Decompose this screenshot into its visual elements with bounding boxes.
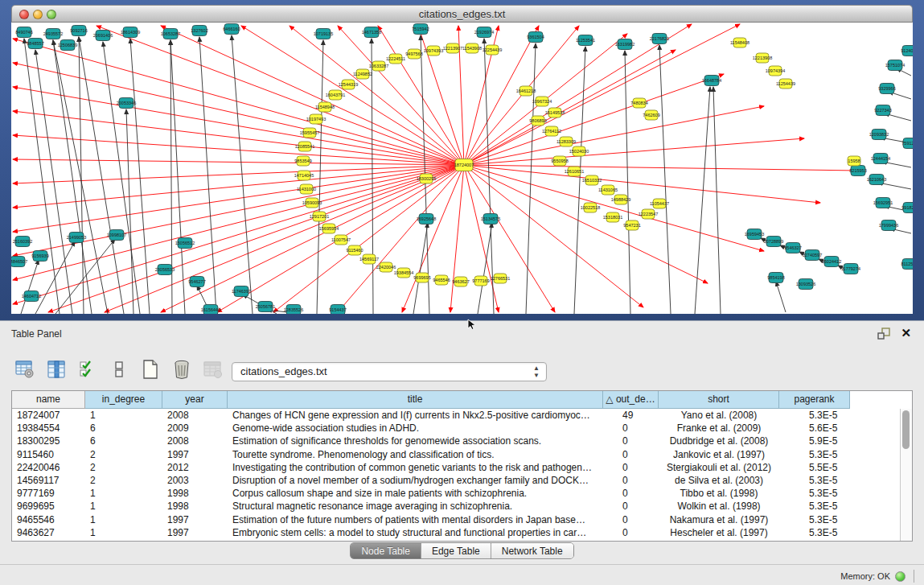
citation-edge-red[interactable] [105,165,464,312]
table-row[interactable]: 2242004622012Investigating the contribut… [12,461,900,474]
citation-edge-red[interactable] [13,165,464,232]
graph-node[interactable]: 16043791 [326,90,345,100]
citation-edge-red[interactable] [464,106,764,165]
graph-node[interactable]: 11283309 [556,137,576,146]
table-settings-icon[interactable] [13,357,37,381]
graph-node[interactable]: 15024030 [569,146,589,156]
graph-node[interactable]: 9699695 [413,273,430,282]
graph-node[interactable]: 12085541 [295,142,314,151]
graph-node[interactable]: 10719135 [314,29,333,39]
citation-edge[interactable] [659,45,671,314]
table-row[interactable]: 1938455462009Genome-wide association stu… [12,422,900,435]
graph-node[interactable]: 12213908 [753,53,772,63]
citation-edge[interactable] [413,223,428,314]
graph-node[interactable]: 8490746 [15,27,32,38]
graph-node[interactable]: 7515942 [412,24,429,35]
graph-node[interactable]: 12610651 [565,167,584,176]
row-height-icon[interactable] [107,357,131,381]
graph-node[interactable]: 6466160 [223,24,240,35]
citation-edge-red[interactable] [464,138,804,165]
graph-node[interactable]: 20053346 [117,98,136,109]
column-header-year[interactable]: year [162,391,228,409]
graph-node[interactable]: 15134575 [481,214,500,225]
graph-node[interactable]: 9329966 [878,84,895,94]
graph-node[interactable]: 9848557 [27,39,43,49]
graph-node[interactable]: 9465546 [433,275,450,285]
citation-edge-red[interactable] [402,165,464,312]
graph-node[interactable]: 12444154 [871,154,890,164]
citation-edge[interactable] [130,39,150,314]
graph-node[interactable]: 10967324 [532,97,552,106]
select-rows-check-icon[interactable] [76,357,100,381]
graph-node[interactable]: 10974394 [766,66,785,76]
graph-node[interactable]: 21926974 [474,27,494,38]
graph-node[interactable]: 8215953 [849,166,866,176]
graph-node[interactable]: 15958 [848,156,860,166]
graph-node[interactable]: 9463627 [452,277,469,286]
delete-icon[interactable] [170,357,194,381]
graph-node[interactable]: 9546327 [784,243,801,253]
graph-node[interactable]: 10974393 [424,46,443,56]
graph-node[interactable]: 14604712 [22,291,41,302]
network-graph[interactable]: 8490746249355729092716206914061861430910… [11,23,913,314]
window-titlebar[interactable]: citations_edges.txt [11,5,913,23]
graph-node[interactable]: 9546277 [188,277,205,287]
graph-node[interactable]: 16925648 [417,214,436,225]
citation-edge-red[interactable] [464,165,858,171]
graph-node[interactable]: 9092716 [70,26,87,36]
citation-edge[interactable] [695,87,710,314]
graph-node[interactable]: 11779274 [841,264,860,274]
graph-node[interactable]: 24935572 [43,29,63,39]
table-row[interactable]: 946362711997Embryonic stem cells: a mode… [12,526,900,539]
column-header-title[interactable]: title [228,391,603,409]
column-header-short[interactable]: short [659,391,779,409]
new-file-icon[interactable] [138,357,162,381]
graph-node[interactable]: 14671358 [362,27,381,38]
graph-node[interactable]: 12506839 [58,40,77,51]
graph-node[interactable]: 12764112 [542,126,561,136]
graph-node[interactable]: 10590093 [302,198,322,208]
table-row[interactable]: 911546021997Tourette syndrome. Phenomeno… [12,448,900,461]
graph-node[interactable]: 12766531 [491,274,510,283]
graph-node[interactable]: 25160392 [13,237,32,247]
graph-node[interactable]: 11548408 [730,38,749,47]
graph-node[interactable]: 9777169 [472,276,489,286]
graph-node[interactable]: 16510332 [582,175,602,185]
graph-node[interactable]: 15692951 [873,198,893,208]
graph-node[interactable]: 15056512 [175,238,195,249]
graph-node[interactable]: 17999436 [879,220,898,231]
graph-node[interactable]: 9853549 [294,156,311,166]
graph-node[interactable]: 18300295 [417,174,436,183]
column-header-name[interactable]: name [12,391,85,409]
graph-node[interactable]: 20691406 [93,31,113,41]
graph-node[interactable]: 12093832 [869,130,889,140]
graph-node[interactable]: 9361504 [527,32,544,43]
citation-edge[interactable] [21,260,39,314]
citation-edge[interactable] [55,239,115,314]
graph-node[interactable]: 11007547 [331,235,351,245]
citation-edge-red[interactable] [450,165,464,312]
table-row[interactable]: 1456911722003Disruption of a novel membe… [12,474,900,487]
graph-node[interactable]: 15751074 [885,60,905,71]
graph-node[interactable]: 16461218 [516,86,536,96]
graph-node[interactable]: 15318031 [603,212,622,222]
tab-node-table[interactable]: Node Table [351,543,421,558]
citation-edge[interactable] [103,42,140,314]
citation-edge[interactable] [713,87,721,314]
column-header-pagerank[interactable]: pagerank [779,391,850,409]
citation-edge-red[interactable] [464,24,740,165]
graph-node[interactable]: 12917201 [310,212,329,221]
graph-node[interactable]: 19384554 [394,268,413,278]
citation-edge-red[interactable] [13,165,464,208]
citation-edge[interactable] [53,40,108,314]
graph-node[interactable]: 15955457 [300,128,319,138]
network-canvas[interactable]: 8490746249355729092716206914061861430910… [11,23,913,314]
graph-node[interactable]: 15149538 [545,108,565,117]
graph-node[interactable]: 9854198 [767,273,784,283]
graph-node[interactable]: 20728899 [764,237,783,247]
graph-node[interactable]: 9918272 [901,203,913,213]
table-row[interactable]: 977716911998Corpus callosum shape and si… [12,487,900,500]
graph-node[interactable]: 11249852 [353,69,372,79]
graph-node[interactable]: 16210643 [867,175,886,185]
graph-node[interactable]: 8112530 [901,259,913,270]
